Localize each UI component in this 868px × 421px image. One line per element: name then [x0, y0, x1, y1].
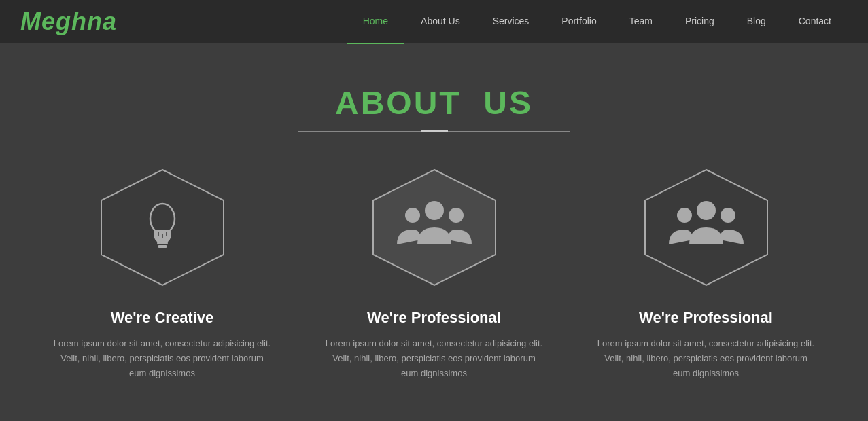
divider-line-right [448, 131, 570, 132]
svg-point-10 [449, 208, 464, 223]
cards-container: We're Creative Lorem ipsum dolor sit ame… [27, 166, 842, 381]
nav-link-blog[interactable]: Blog [731, 0, 782, 43]
nav-item-services[interactable]: Services [476, 0, 546, 44]
svg-point-8 [425, 201, 444, 220]
divider-line-left [298, 131, 421, 132]
heading-main: ABOUT [335, 85, 462, 121]
card-professional-2-text: Lorem ipsum dolor sit amet, consectetur … [597, 336, 815, 381]
nav-links: Home About Us Services Portfolio Team Pr… [347, 0, 848, 44]
nav-item-team[interactable]: Team [613, 0, 669, 44]
section-heading: ABOUT US [14, 84, 854, 122]
card-creative-title: We're Creative [111, 309, 214, 327]
nav-item-about[interactable]: About Us [404, 0, 476, 44]
navbar: Meghna Home About Us Services Portfolio … [0, 0, 868, 43]
nav-item-portfolio[interactable]: Portfolio [545, 0, 612, 44]
card-creative: We're Creative Lorem ipsum dolor sit ame… [54, 166, 271, 381]
card-professional-2: We're Professional Lorem ipsum dolor sit… [597, 166, 815, 381]
section-divider [14, 130, 854, 132]
logo: Meghna [20, 7, 117, 36]
hexagon-professional-1 [366, 166, 502, 289]
svg-point-9 [405, 208, 420, 223]
nav-item-home[interactable]: Home [347, 0, 404, 44]
svg-point-12 [697, 201, 716, 220]
card-professional-2-title: We're Professional [639, 309, 773, 327]
nav-item-pricing[interactable]: Pricing [669, 0, 731, 44]
card-professional-1-text: Lorem ipsum dolor sit amet, consectetur … [326, 336, 543, 381]
nav-link-services[interactable]: Services [476, 0, 546, 43]
section-title: ABOUT US [14, 84, 854, 132]
main-content: ABOUT US [0, 43, 868, 421]
card-professional-1-title: We're Professional [367, 309, 501, 327]
nav-link-team[interactable]: Team [613, 0, 669, 43]
divider-center [421, 130, 448, 132]
nav-link-portfolio[interactable]: Portfolio [545, 0, 612, 43]
hexagon-creative [94, 166, 230, 289]
svg-marker-0 [101, 170, 224, 285]
card-creative-text: Lorem ipsum dolor sit amet, consectetur … [54, 336, 271, 381]
card-professional-1: We're Professional Lorem ipsum dolor sit… [326, 166, 543, 381]
nav-link-pricing[interactable]: Pricing [669, 0, 731, 43]
hexagon-professional-2 [638, 166, 774, 289]
nav-link-home[interactable]: Home [347, 0, 404, 44]
svg-point-13 [677, 208, 692, 223]
nav-link-about[interactable]: About Us [404, 0, 476, 43]
svg-point-14 [721, 208, 735, 223]
svg-rect-2 [157, 242, 168, 244]
nav-link-contact[interactable]: Contact [782, 0, 848, 43]
nav-item-contact[interactable]: Contact [782, 0, 848, 44]
nav-item-blog[interactable]: Blog [731, 0, 782, 44]
svg-rect-3 [158, 245, 167, 248]
heading-accent: US [483, 85, 533, 121]
